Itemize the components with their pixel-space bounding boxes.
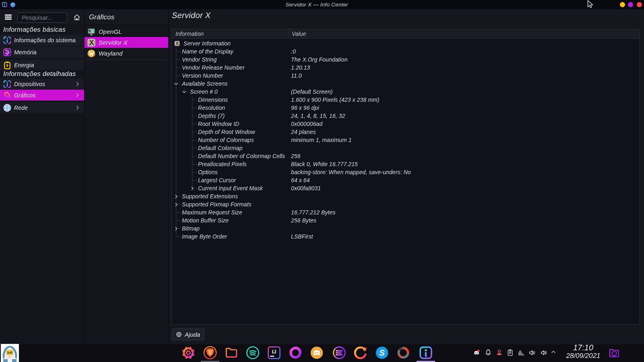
column-header-value[interactable]: Value [289, 29, 640, 38]
table-row[interactable]: Version Number11.0 [172, 72, 640, 80]
expander-closed-icon[interactable] [174, 226, 178, 231]
module-item-label: Wayland [99, 48, 123, 59]
chevron-right-icon [75, 105, 79, 109]
row-name: Current Input Event Mask [198, 184, 263, 192]
app-launcher-avatar[interactable]: DUM [1, 344, 19, 362]
volume2-icon[interactable] [540, 349, 549, 358]
sidebar-toolbar [0, 9, 84, 25]
taskbar-app-intellij[interactable]: IJ [267, 346, 281, 360]
sidebar-item-label: Memória [14, 47, 37, 58]
expander-closed-icon[interactable] [174, 194, 178, 199]
table-row[interactable]: Server Information [172, 39, 640, 47]
table-row[interactable]: Default Number of Colormap Cells256 [172, 152, 640, 160]
table-row[interactable]: Vendor Release Number1.20.13 [172, 64, 640, 72]
table-row[interactable]: Maximum Request Size16.777.212 Bytes [172, 208, 640, 216]
search-input[interactable] [17, 12, 67, 23]
digital-clock[interactable]: 17:10 28/09/2021 [563, 343, 603, 360]
table-row[interactable]: Resolution96 x 96 dpi [172, 104, 640, 112]
sidebar-item-label: Energia [14, 60, 34, 70]
table-row[interactable]: Largest Cursor64 x 64 [172, 176, 640, 184]
table-row[interactable]: Depth of Root Window24 planes [172, 128, 640, 136]
table-row[interactable]: Motion Buffer Size256 Bytes [172, 216, 640, 224]
row-value: 1.20.13 [291, 64, 310, 72]
sidebar-item-label: Informações do sistema [14, 35, 76, 46]
discord-tray-icon[interactable] [473, 349, 481, 358]
minimize-button[interactable] [620, 2, 625, 7]
hamburger-menu-icon[interactable] [5, 14, 12, 20]
settings-gear-icon [182, 346, 195, 360]
devices-icon [3, 80, 12, 88]
table-row[interactable]: Dimensions1.600 x 900 Pixels (423 x 238 … [172, 96, 640, 104]
window-title: Servidor X — Info Center [0, 0, 634, 9]
table-row[interactable]: Default Colormap [172, 144, 640, 152]
taskbar-app-settings-gear[interactable] [182, 346, 195, 360]
taskbar-app-element-app[interactable] [332, 346, 346, 360]
row-value: 0x000006ad [291, 120, 322, 128]
taskbar-app-brave-browser[interactable] [203, 346, 217, 360]
table-row[interactable]: Vendor StringThe X.Org Foundation [172, 56, 640, 64]
taskbar-app-disk-usage[interactable] [396, 346, 410, 360]
clipboard-icon[interactable] [506, 349, 515, 358]
memory-icon [3, 48, 12, 57]
table-row[interactable]: Supported Pixmap Formats [172, 200, 640, 208]
info-center-window: Informações básicasInformações do sistem… [0, 9, 644, 344]
user-tray-icon[interactable] [495, 349, 504, 358]
expander-open-icon[interactable] [182, 90, 186, 94]
module-item-wayland[interactable]: Wayland [85, 48, 168, 59]
row-name: Default Colormap [198, 144, 243, 152]
table-row[interactable]: Image Byte OrderLSBFirst [172, 232, 640, 241]
table-row[interactable]: Supported Extensions [172, 192, 640, 200]
maximize-button[interactable] [628, 2, 633, 7]
sidebar-item-system-info[interactable]: Informações do sistema [0, 35, 84, 46]
module-item-opengl[interactable]: OpenGL [85, 26, 168, 37]
row-name: Vendor String [182, 56, 217, 64]
xorg-icon [174, 41, 180, 46]
sidebar-item-memory[interactable]: Memória [0, 47, 84, 58]
chevron-up-icon[interactable] [550, 349, 559, 358]
desktop-screen: Servidor X — Info Center Informações bás… [0, 0, 644, 362]
taskbar-app-cheetah-browser[interactable] [354, 346, 367, 360]
discord-icon [310, 346, 324, 360]
table-row[interactable]: Preallocated PixelsBlack 0, White 16.777… [172, 160, 640, 168]
table-row[interactable]: Root Window ID0x000006ad [172, 120, 640, 128]
help-button[interactable]: Ajuda [172, 329, 204, 340]
sidebar-item-energy[interactable]: Energia [0, 60, 84, 70]
row-value: 11.0 [291, 72, 302, 80]
expander-closed-icon[interactable] [174, 202, 178, 207]
module-item-xorg[interactable]: Servidor X [85, 37, 168, 48]
table-row[interactable]: Optionsbacking-store: When mapped, save-… [172, 168, 640, 176]
desktop-pager-icon[interactable] [609, 348, 620, 359]
table-row[interactable]: Screen # 0(Default Screen) [172, 88, 640, 96]
sidebar-item-label: Dispositivos [14, 78, 45, 89]
column-header-information[interactable]: Information [172, 29, 289, 38]
taskbar-app-discord[interactable] [310, 346, 324, 360]
home-icon[interactable] [73, 14, 80, 21]
taskbar-app-ring-app[interactable] [289, 346, 302, 360]
network-tray-icon[interactable] [518, 349, 526, 358]
row-value: 256 [291, 152, 301, 160]
close-button[interactable] [637, 2, 642, 7]
expander-closed-icon[interactable] [190, 186, 194, 191]
taskbar-app-file-manager[interactable] [225, 346, 238, 360]
taskbar-app-info-center[interactable] [419, 346, 433, 360]
table-row[interactable]: Bitmap [172, 224, 640, 232]
row-name: Version Number [182, 72, 223, 80]
window-titlebar[interactable]: Servidor X — Info Center [0, 0, 644, 9]
sidebar-item-network[interactable]: Rede [0, 102, 84, 113]
table-row[interactable]: Name of the Display:0 [172, 47, 640, 56]
table-row[interactable]: Number of Colormapsminimum 1, maximum 1 [172, 136, 640, 144]
svg-text:IJ: IJ [272, 349, 276, 355]
bell-icon[interactable] [484, 349, 493, 358]
row-value: 256 Bytes [291, 216, 316, 224]
row-value: 24, 1, 4, 8, 15, 16, 32 [291, 112, 345, 120]
table-row[interactable]: Available Screens [172, 80, 640, 88]
sidebar-item-graphics[interactable]: Gráficos [0, 90, 84, 101]
sidebar-item-devices[interactable]: Dispositivos [0, 78, 84, 89]
volume-icon[interactable] [528, 349, 537, 358]
taskbar-app-spotify[interactable] [246, 346, 260, 360]
table-row[interactable]: Depths (7)24, 1, 4, 8, 15, 16, 32 [172, 112, 640, 120]
table-header: Information Value [172, 29, 640, 39]
expander-open-icon[interactable] [174, 82, 178, 86]
table-row[interactable]: Current Input Event Mask0x00fa8031 [172, 184, 640, 192]
taskbar-app-skype[interactable]: S [375, 346, 389, 360]
